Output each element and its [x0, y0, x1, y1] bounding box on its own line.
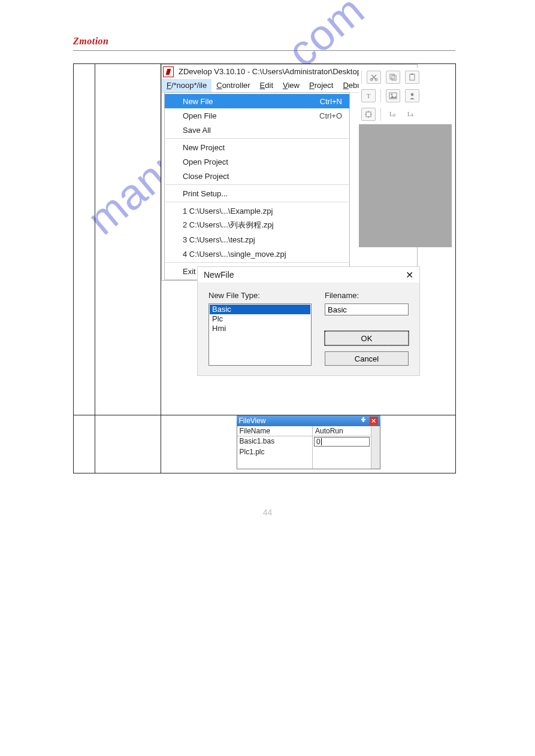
menu-controller[interactable]: Controller [211, 79, 255, 92]
file-type-list[interactable]: Basic Plc Hmi [208, 303, 312, 366]
separator [165, 202, 349, 202]
cut-icon[interactable] [367, 71, 381, 84]
user-tool-icon[interactable] [405, 89, 419, 102]
menu-item-recent-3[interactable]: 3 C:\Users\...\test.zpj [165, 232, 349, 247]
brand-logotype: Zmotion [73, 36, 109, 47]
filename-input[interactable] [325, 303, 409, 315]
menu-item-close-project[interactable]: Close Project [165, 169, 349, 183]
filename-label: Filename: [325, 291, 409, 300]
menu-view[interactable]: View [278, 79, 304, 92]
pin-icon[interactable] [360, 417, 367, 424]
shortcut: Ctrl+O [319, 111, 342, 120]
table-row[interactable] [313, 447, 371, 458]
image-tool-icon[interactable] [386, 89, 400, 102]
menu-project[interactable]: Project [304, 79, 338, 92]
list-item[interactable]: Hmi [210, 324, 310, 333]
svg-point-7 [391, 94, 393, 96]
close-icon[interactable]: ✕ [406, 269, 413, 281]
col-figure-2: FileView ✕ FileName Basic1.bas Plc1.plc [161, 415, 456, 473]
page-number: 44 [0, 508, 535, 517]
app-logo-icon [163, 66, 174, 77]
target-tool-icon[interactable] [361, 108, 376, 121]
col-step [74, 64, 95, 415]
menu-item-new-file[interactable]: New File Ctrl+N [165, 94, 349, 108]
menu-item-open-project[interactable]: Open Project [165, 154, 349, 169]
type-label: New File Type: [208, 291, 312, 300]
svg-rect-4 [410, 74, 415, 80]
col-figure-1: ZDevelop V3.10.10 - C:\Users\Administrat… [161, 64, 456, 415]
ok-button[interactable]: OK [325, 331, 409, 345]
svg-point-8 [411, 93, 414, 96]
header-rule [73, 50, 455, 51]
col-header-filename[interactable]: FileName [237, 426, 312, 436]
separator [165, 138, 349, 139]
close-icon[interactable]: ✕ [370, 417, 378, 425]
list-item[interactable]: Plc [210, 314, 310, 324]
menu-item-new-project[interactable]: New Project [165, 140, 349, 154]
menu-item-print-setup[interactable]: Print Setup... [165, 186, 349, 201]
text-tool-icon[interactable]: T [361, 89, 376, 102]
layer0-label[interactable]: L₀ [386, 108, 399, 120]
manual-table: ZDevelop V3.10.10 - C:\Users\Administrat… [73, 63, 456, 473]
menu-file[interactable]: F/*noop*/ile [162, 79, 211, 92]
menu-item-recent-1[interactable]: 1 C:\Users\...\Example.zpj [165, 204, 349, 218]
app-client-area: T [359, 68, 452, 145]
panel-title: FileView [239, 417, 266, 425]
dialog-title: NewFile [204, 270, 234, 280]
file-menu-dropdown: New File Ctrl+N Open File Ctrl+O Save Al… [164, 92, 350, 280]
shortcut: Ctrl+N [320, 97, 342, 106]
toolbar-right: T [359, 68, 452, 125]
table-row[interactable]: Plc1.plc [237, 447, 312, 458]
col-desc [95, 64, 161, 415]
fileview-panel: FileView ✕ FileName Basic1.bas Plc1.plc [237, 415, 380, 469]
scrollbar[interactable] [371, 426, 380, 469]
svg-rect-9 [366, 112, 371, 117]
separator [165, 184, 349, 185]
menu-item-open-file[interactable]: Open File Ctrl+O [165, 108, 349, 123]
svg-rect-5 [411, 74, 413, 75]
list-item[interactable]: Basic [210, 305, 310, 314]
copy-icon[interactable] [386, 71, 400, 84]
col-desc [95, 415, 161, 473]
col-step [74, 415, 95, 473]
autorun-value: 0 [316, 438, 321, 446]
menu-item-save-all[interactable]: Save All [165, 123, 349, 137]
layer1-label[interactable]: L₁ [404, 108, 417, 120]
dialog-titlebar: NewFile ✕ [198, 267, 419, 283]
table-row[interactable]: Basic1.bas [237, 436, 312, 447]
newfile-dialog: NewFile ✕ New File Type: Basic Plc Hmi [197, 266, 420, 376]
panel-titlebar: FileView ✕ [237, 415, 380, 426]
menu-edit[interactable]: Edit [255, 79, 278, 92]
separator [165, 262, 349, 263]
col-header-autorun[interactable]: AutoRun [313, 426, 371, 436]
menu-item-recent-2[interactable]: 2 C:\Users\...\列表例程.zpj [165, 218, 349, 232]
cancel-button[interactable]: Cancel [325, 351, 409, 366]
paste-icon[interactable] [405, 71, 419, 84]
autorun-input[interactable]: 0 [314, 437, 370, 447]
workspace-canvas [359, 125, 452, 247]
menu-item-recent-4[interactable]: 4 C:\Users\...\single_move.zpj [165, 247, 349, 261]
fileview-table: FileName Basic1.bas Plc1.plc AutoRun 0 [237, 426, 380, 469]
